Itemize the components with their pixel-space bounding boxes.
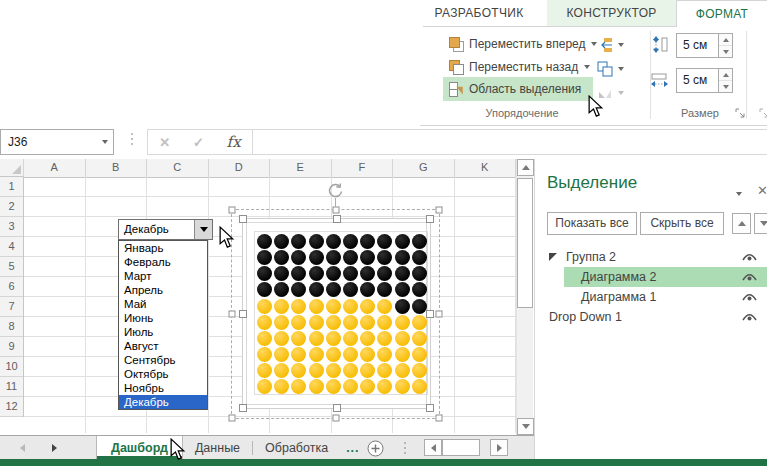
month-option[interactable]: Декабрь bbox=[119, 395, 207, 409]
formula-input[interactable] bbox=[252, 129, 767, 155]
tab-developer[interactable]: РАЗРАБОТЧИК bbox=[423, 0, 535, 26]
selection-handle[interactable] bbox=[229, 207, 236, 214]
eye-visibility-icon[interactable] bbox=[741, 272, 758, 283]
month-option[interactable]: Август bbox=[119, 339, 207, 353]
move-down-button[interactable] bbox=[754, 213, 767, 234]
height-spinner[interactable] bbox=[718, 34, 732, 57]
selection-handle[interactable] bbox=[332, 415, 339, 422]
vertical-scrollbar[interactable] bbox=[516, 159, 533, 435]
selection-handle[interactable] bbox=[426, 404, 434, 412]
column-header-D[interactable]: D bbox=[209, 159, 271, 177]
selection-handle[interactable] bbox=[229, 311, 236, 318]
selection-handle[interactable] bbox=[332, 207, 339, 214]
horizontal-scrollbar-thumb[interactable] bbox=[442, 439, 480, 456]
group-button[interactable] bbox=[597, 58, 624, 80]
column-header-B[interactable]: B bbox=[86, 159, 148, 177]
selection-handle[interactable] bbox=[333, 404, 341, 412]
eye-visibility-icon[interactable] bbox=[741, 312, 758, 323]
show-all-button[interactable]: Показать все bbox=[547, 212, 637, 235]
eye-visibility-icon[interactable] bbox=[741, 252, 758, 263]
column-header-A[interactable]: A bbox=[24, 159, 86, 177]
pane-item-диаграмма-1[interactable]: Диаграмма 1 bbox=[535, 287, 767, 307]
scroll-up-button[interactable] bbox=[517, 159, 534, 176]
month-option[interactable]: Май bbox=[119, 297, 207, 311]
cancel-icon[interactable]: ✕ bbox=[159, 135, 170, 150]
month-option[interactable]: Февраль bbox=[119, 255, 207, 269]
shape-width-field[interactable]: 5 см bbox=[676, 68, 733, 93]
month-option[interactable]: Октябрь bbox=[119, 367, 207, 381]
tab-design[interactable]: КОНСТРУКТОР bbox=[547, 0, 676, 26]
pane-item-диаграмма-2[interactable]: Диаграмма 2 bbox=[535, 267, 767, 287]
bring-forward-button[interactable]: Переместить вперед bbox=[449, 33, 597, 55]
column-header-G[interactable]: G bbox=[393, 159, 455, 177]
eye-visibility-icon[interactable] bbox=[741, 292, 758, 303]
selection-handle[interactable] bbox=[229, 415, 236, 422]
row-header-2[interactable]: 2 bbox=[0, 197, 23, 217]
hide-all-button[interactable]: Скрыть все bbox=[640, 212, 724, 235]
column-header-C[interactable]: C bbox=[147, 159, 209, 177]
size-dialog-launcher-icon[interactable] bbox=[735, 108, 746, 119]
pane-item-drop-down-1[interactable]: Drop Down 1 bbox=[535, 307, 767, 327]
row-header-12[interactable]: 12 bbox=[0, 397, 23, 417]
hscroll-left-button[interactable] bbox=[424, 439, 442, 456]
sheet-tab-обработка[interactable]: Обработка bbox=[253, 436, 340, 459]
selection-handle[interactable] bbox=[436, 207, 443, 214]
send-backward-button[interactable]: Переместить назад bbox=[449, 56, 590, 78]
row-header-4[interactable]: 4 bbox=[0, 237, 23, 257]
selection-handle[interactable] bbox=[426, 215, 434, 223]
row-header-5[interactable]: 5 bbox=[0, 257, 23, 277]
scroll-down-button[interactable] bbox=[517, 418, 534, 435]
align-dropdown-icon[interactable] bbox=[618, 43, 624, 47]
new-sheet-icon[interactable] bbox=[367, 440, 384, 457]
row-header-6[interactable]: 6 bbox=[0, 277, 23, 297]
align-button[interactable] bbox=[597, 34, 624, 56]
selection-handle[interactable] bbox=[426, 310, 434, 318]
month-combobox-dropdown-button[interactable] bbox=[194, 220, 212, 239]
rotation-handle-icon[interactable] bbox=[327, 183, 344, 199]
hscroll-right-button[interactable] bbox=[490, 439, 508, 456]
month-option[interactable]: Январь bbox=[119, 241, 207, 255]
selection-handle[interactable] bbox=[436, 311, 443, 318]
selection-pane-button[interactable]: Область выделения bbox=[449, 78, 587, 100]
month-option[interactable]: Апрель bbox=[119, 283, 207, 297]
vertical-scrollbar-thumb[interactable] bbox=[517, 178, 533, 308]
name-box[interactable]: J36 bbox=[0, 129, 114, 155]
column-header-K[interactable]: K bbox=[455, 159, 517, 177]
row-header-10[interactable]: 10 bbox=[0, 357, 23, 377]
select-all-corner[interactable] bbox=[0, 159, 24, 177]
shape-height-field[interactable]: 5 см bbox=[676, 33, 733, 58]
waffle-chart[interactable] bbox=[254, 231, 428, 395]
selection-handle[interactable] bbox=[239, 310, 247, 318]
send-backward-dropdown-icon[interactable] bbox=[584, 65, 590, 69]
row-header-8[interactable]: 8 bbox=[0, 317, 23, 337]
row-header-11[interactable]: 11 bbox=[0, 377, 23, 397]
move-up-button[interactable] bbox=[732, 213, 751, 234]
selection-handle[interactable] bbox=[333, 215, 341, 223]
month-option[interactable]: Сентябрь bbox=[119, 353, 207, 367]
pane-close-icon[interactable]: ✕ bbox=[757, 183, 767, 198]
insert-function-icon[interactable]: fx bbox=[227, 133, 241, 151]
sheet-nav-left-icon[interactable] bbox=[20, 444, 25, 452]
sheet-tab-данные[interactable]: Данные bbox=[183, 436, 252, 459]
column-header-E[interactable]: E bbox=[270, 159, 332, 177]
row-header-9[interactable]: 9 bbox=[0, 337, 23, 357]
tab-format[interactable]: ФОРМАТ bbox=[676, 0, 767, 27]
selection-handle[interactable] bbox=[239, 404, 247, 412]
sheet-nav-right-icon[interactable] bbox=[52, 444, 57, 452]
pane-dropdown-icon[interactable] bbox=[736, 192, 742, 196]
column-header-F[interactable]: F bbox=[332, 159, 394, 177]
row-header-7[interactable]: 7 bbox=[0, 297, 23, 317]
selection-handle[interactable] bbox=[239, 215, 247, 223]
group-dropdown-icon[interactable] bbox=[618, 67, 624, 71]
selection-handle[interactable] bbox=[436, 415, 443, 422]
enter-icon[interactable]: ✓ bbox=[193, 135, 204, 150]
more-sheets-indicator[interactable]: ... bbox=[340, 436, 365, 459]
tree-expanded-icon[interactable] bbox=[549, 253, 557, 261]
month-option[interactable]: Март bbox=[119, 269, 207, 283]
month-option[interactable]: Ноябрь bbox=[119, 381, 207, 395]
width-spinner[interactable] bbox=[718, 69, 732, 92]
month-option[interactable]: Июль bbox=[119, 325, 207, 339]
row-header-1[interactable]: 1 bbox=[0, 177, 23, 197]
month-option[interactable]: Июнь bbox=[119, 311, 207, 325]
month-combobox[interactable]: Декабрь bbox=[118, 219, 213, 240]
